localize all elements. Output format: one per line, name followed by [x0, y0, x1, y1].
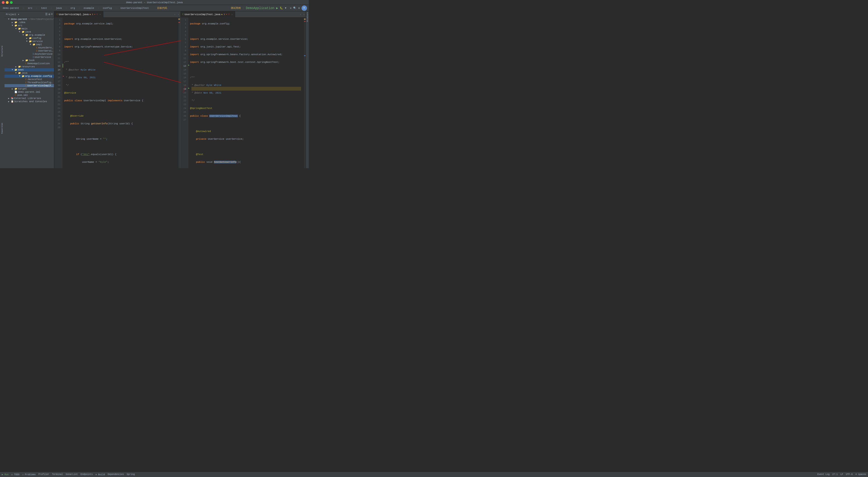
rln-2: 2 — [180, 22, 186, 26]
gutter-run-method[interactable]: ▶ — [188, 87, 190, 90]
tree-pom-xml[interactable]: ▶ 🗒 pom.xml — [4, 94, 54, 97]
left-tab-close[interactable]: ✕ — [99, 13, 101, 16]
tree-asyncserviceimpl[interactable]: ▶ C AsyncServiceImpl — [4, 46, 54, 49]
code-line-18: if ("001".equals(userId)) { — [64, 153, 178, 156]
label-zhongdai-code[interactable]: 目标代码 — [157, 6, 167, 10]
minimize-button[interactable] — [6, 1, 8, 4]
right-tab-scroll-right[interactable]: › — [302, 13, 306, 16]
tree-asyncservice[interactable]: ▶ I AsyncService — [4, 53, 54, 56]
tree-demoapplication[interactable]: ▶ C DemoApplication — [4, 62, 54, 65]
tree-java-test[interactable]: ▼ 📁 java — [4, 71, 54, 74]
nav-config[interactable]: config — [102, 6, 113, 10]
run-button[interactable]: ▶ — [276, 6, 278, 10]
tree-target[interactable]: ▶ 📁 target — [4, 87, 54, 90]
search-button[interactable]: 🔍 — [293, 6, 296, 9]
tree-test[interactable]: ▼ 📁 test — [4, 68, 54, 71]
tree-userserviceimpl[interactable]: ▶ C UserServiceImpl — [4, 49, 54, 53]
ln-25: 25 — [54, 110, 60, 114]
left-strip: Structure Favorites — [0, 11, 4, 168]
nav-example[interactable]: example — [83, 6, 95, 10]
rln-10: 10 — [180, 53, 186, 57]
tree-resources[interactable]: ▶ 📁 resources — [4, 65, 54, 68]
left-error-stripe — [178, 18, 180, 168]
tree-service[interactable]: ▼ 📁 service — [4, 40, 54, 43]
ln-11: 11 — [54, 57, 60, 60]
tree-config[interactable]: ▶ 📁 config — [4, 37, 54, 40]
tree-java-main[interactable]: ▼ 📁 java — [4, 30, 54, 33]
tree-demo-parent-iml[interactable]: ▶ 📄 demo-parent.iml — [4, 90, 54, 94]
rcode-line-2 — [190, 30, 304, 33]
rln-16: 16 — [180, 76, 186, 80]
code-line-9: */ — [64, 83, 178, 87]
tree-task[interactable]: ▶ 📁 task — [4, 59, 54, 62]
tree-demo-parent[interactable]: ▼ demo-parent ~/dev/IdeaProjects/demo-pa… — [4, 18, 54, 21]
tree-userservice[interactable]: ▶ I UserService — [4, 56, 54, 59]
left-tab-scroll-right[interactable]: › — [177, 13, 180, 16]
more-run-options[interactable]: ▼ — [285, 7, 286, 9]
favorites-label[interactable]: Favorites — [1, 123, 3, 134]
rcode-line-3: import org.example.service.UserService; — [190, 37, 304, 41]
tree-idea[interactable]: ▶ 📁 .idea — [4, 21, 54, 24]
editor-left-pane: C UserServiceImpl.java ▲ 1 ● 1 ✕ ‹ › 1 2… — [54, 11, 180, 168]
right-tab-scroll-left[interactable]: ‹ — [299, 13, 303, 16]
tree-impl[interactable]: ▼ 📁 impl — [4, 43, 54, 46]
settings-icon[interactable]: ⚙ — [298, 6, 300, 9]
ln-2: 2 — [54, 22, 60, 26]
ln-18: 18 — [54, 83, 60, 87]
settings-icon[interactable]: ≡ — [51, 13, 53, 16]
run-config-name[interactable]: DemoApplication — [246, 6, 274, 10]
left-code-content[interactable]: package org.example.service.impl; import… — [62, 18, 180, 168]
tree-org-example-config[interactable]: ▼ 📁 org.example.config — [4, 74, 54, 78]
nav-java[interactable]: java — [55, 6, 63, 10]
nav-test[interactable]: test — [40, 6, 48, 10]
avatar[interactable]: K — [302, 5, 307, 11]
gear-icon[interactable]: ⚙ — [49, 13, 50, 16]
tree-org-example[interactable]: ▼ 📁 org.example — [4, 33, 54, 37]
tree-main[interactable]: ▼ 📁 main — [4, 27, 54, 30]
debug-button[interactable]: 🐛 — [280, 6, 283, 9]
code-line-13: @Override — [64, 114, 178, 118]
tree-external-libraries[interactable]: ▶ 📚 External Libraries — [4, 97, 54, 100]
right-tab-userserviceimpltest[interactable]: C UserServiceImplTest.java ▲ 1 ● 2 ✕ — [180, 11, 235, 18]
structure-strip-label[interactable]: Structure — [306, 12, 308, 22]
tree-src[interactable]: ▼ 📁 src — [4, 24, 54, 27]
stripe-mark-1 — [178, 19, 180, 20]
right-tab-close[interactable]: ✕ — [231, 13, 232, 16]
right-tab-filename: UserServiceImplTest.java — [185, 13, 220, 16]
tree-label-impl: impl — [36, 43, 42, 46]
tree-label-pom-xml: pom.xml — [18, 94, 28, 96]
code-line-10: @Service — [64, 91, 178, 95]
code-line-17 — [64, 145, 178, 149]
code-line-11: public class UserServiceImpl implements … — [64, 99, 178, 102]
code-line-7: * @author Kyle White — [64, 68, 178, 72]
code-line-2 — [64, 30, 178, 33]
rln-25: 25 — [180, 110, 186, 114]
tree-jacocotest[interactable]: ▶ C JacocoTest — [4, 78, 54, 81]
nav-demo-parent[interactable]: demo-parent — [2, 6, 20, 10]
label-test-case[interactable]: 测试用例 — [231, 6, 241, 10]
build-button[interactable]: ⚒ — [290, 6, 291, 9]
rln-26: 26 — [180, 114, 186, 118]
structure-label[interactable]: Structure — [1, 46, 3, 57]
tree-userserviceimpltest[interactable]: ▶ C UserServiceImplTest — [4, 84, 54, 87]
right-code-content[interactable]: package org.example.config; import org.e… — [188, 18, 306, 168]
maximize-button[interactable] — [10, 1, 13, 4]
ln-14: 14 — [54, 68, 60, 72]
gutter-run-class[interactable]: ▶ — [188, 64, 190, 66]
tree-label-threadpoolconfigtest: ThreadPoolConfigTest — [27, 81, 54, 84]
nav-userserviceimpltest[interactable]: UserServiceImplTest — [120, 6, 150, 10]
title-bar: demo-parent – UserServiceImplTest.java — [0, 0, 309, 5]
nav-org[interactable]: org — [70, 6, 76, 10]
right-stripe-3 — [304, 55, 306, 56]
tree-label-src: src — [18, 24, 22, 27]
close-button[interactable] — [2, 1, 4, 4]
rln-17: 17 — [180, 80, 186, 83]
tree-scratches[interactable]: ▶ 📋 Scratches and Consoles — [4, 100, 54, 103]
rcode-line-20 — [190, 168, 304, 168]
left-tab-userserviceimpl[interactable]: C UserServiceImpl.java ▲ 1 ● 1 ✕ — [54, 11, 103, 18]
collapse-all-icon[interactable]: ☰ — [45, 13, 48, 16]
nav-src[interactable]: src — [27, 6, 33, 10]
left-tab-scroll-left[interactable]: ‹ — [173, 13, 177, 16]
tree-label-jacocotest: JacocoTest — [27, 78, 42, 81]
tree-threadpoolconfigtest[interactable]: ▶ C ThreadPoolConfigTest — [4, 81, 54, 84]
